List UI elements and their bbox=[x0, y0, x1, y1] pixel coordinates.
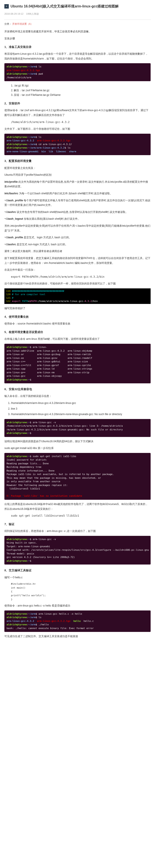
terminal-5: aldrich@tyrone:~$ sudo apt-get install i… bbox=[4, 453, 151, 500]
doc-icon: ≡ bbox=[4, 4, 9, 8]
step4-title: 4、使环境变量生效 bbox=[4, 314, 151, 319]
step7-title: 7、验证 bbox=[4, 522, 151, 527]
page-header: ≡ Ubuntu 16.04[64bit]嵌入式交叉编译环境arm-linux-… bbox=[4, 3, 151, 10]
category-row: 分类： 开发环境设置（6） bbox=[4, 22, 151, 26]
step6-title: 6、安装32位库兼容包 bbox=[4, 386, 151, 392]
vim-editor: 119 ####################################… bbox=[4, 288, 151, 304]
page-title: Ubuntu 16.04[64bit]嵌入式交叉编译环境arm-linux-gc… bbox=[10, 3, 119, 10]
step8-title: 8、交叉编译工具验证 bbox=[4, 568, 151, 573]
terminal-1: aldrich@tyrone:~/arm$ ls arm-linux-gcc-4… bbox=[4, 63, 151, 81]
step5-title: 5、检查环境变量是否设置成功 bbox=[4, 330, 151, 335]
step3-title: 3、配置系统环境变量 bbox=[4, 158, 151, 163]
step1-title: 1、准备工具安装目录 bbox=[4, 44, 151, 50]
export-line: export PATH=$PATH:/home/aldrich/arm/arm-… bbox=[11, 275, 151, 279]
step2-title: 2、安装软件 bbox=[4, 101, 151, 106]
terminal-6: aldrich@tyrone:~$ arm-linux-gcc -v Using… bbox=[4, 536, 151, 565]
steps-header: 安装步骤 bbox=[4, 36, 151, 41]
hello-c-source: #include<stdio.h> int main() { printf("h… bbox=[11, 582, 151, 601]
post-meta: 2018-08-29 19:12 1996人阅读 bbox=[4, 12, 151, 16]
install-path: /home/aldrich/arm/arm-linux-gcc-4.3.2 bbox=[11, 120, 151, 125]
tar-list: 1. .tar.gz 和.tgz 2. 解压：tar zxvf FileName… bbox=[11, 83, 151, 98]
terminal-7: aldrich@tyrone:~/arm$ arm-linux-gcc hell… bbox=[4, 611, 151, 632]
step1-p1: 将压缩包arm-Linux-gcc-4.3.2.tar.gz存放在一个目录下，这… bbox=[4, 52, 151, 61]
terminal-3: aldrich@tyrone:~$ arm-linux- arm-linux-a… bbox=[4, 344, 151, 383]
terminal-2: aldrich@tyrone:~/arm$ ls arm-linux-gcc-4… bbox=[4, 134, 151, 155]
step2-p1: 使用tar命令：tar zxvf arm-linux-gcc-4.3.2.tgz… bbox=[4, 108, 151, 118]
step2-p2: 文件夹下，如下图所示，这个存放路径可得记住，如下图 bbox=[4, 127, 151, 131]
terminal-4: aldrich@tyrone:~$ arm-linux-gcc -v /home… bbox=[4, 419, 151, 437]
intro-text: 开发裸机环境之前需要先搭建其开发环境，毕竟工欲善其事必先利其器嘛。 bbox=[4, 29, 151, 34]
error-list: /home/aldrich/arm/arm-linux-gcc-4.3.2/bi… bbox=[11, 401, 151, 417]
category-link[interactable]: 开发环境设置（6） bbox=[12, 23, 33, 25]
